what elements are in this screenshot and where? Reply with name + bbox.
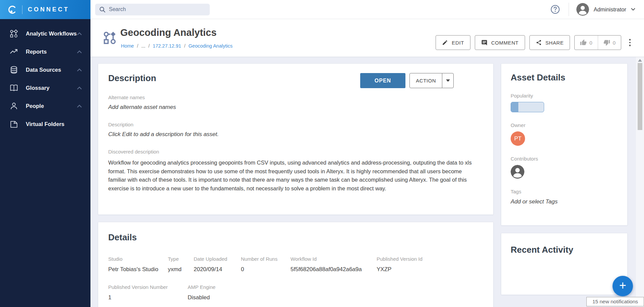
- detail-value: 2020/09/14: [194, 266, 241, 273]
- scrollbar-up-arrow[interactable]: [638, 59, 642, 62]
- detail-field-amp-engine: AMP Engine Disabled: [188, 284, 215, 301]
- chevron-up-icon[interactable]: [77, 50, 82, 53]
- header-actions: EDIT COMMENT SHARE: [431, 35, 634, 50]
- pencil-icon: [442, 40, 448, 46]
- breadcrumb-server[interactable]: 172.27.12.91: [153, 43, 181, 49]
- breadcrumb-separator: /: [137, 43, 138, 49]
- thumbs-up-count: 0: [589, 40, 592, 46]
- detail-label: Number of Runs: [241, 256, 291, 262]
- open-button[interactable]: OPEN: [360, 73, 405, 88]
- details-heading: Details: [108, 232, 483, 243]
- topbar-right: Administrator: [551, 3, 644, 16]
- chevron-up-icon[interactable]: [77, 105, 82, 108]
- detail-label: Type: [168, 256, 194, 262]
- topbar: Administrator: [90, 0, 644, 19]
- sidebar-item-glossary[interactable]: Glossary: [0, 79, 90, 97]
- detail-label: AMP Engine: [188, 284, 215, 290]
- discovered-description-text: Workflow for geocoding analytics process…: [108, 159, 480, 193]
- triangle-down-icon: [446, 79, 450, 82]
- sidebar-nav: Analytic Workflows Reports Data So: [0, 19, 90, 133]
- virtual-folder-icon: [9, 120, 18, 129]
- more-options-button[interactable]: [626, 39, 634, 46]
- sidebar: CONNECT Analytic Workflows Re: [0, 0, 90, 307]
- user-name[interactable]: Administrator: [594, 6, 626, 13]
- recent-activity-card: Recent Activity: [501, 233, 628, 295]
- sidebar-item-label: Glossary: [26, 85, 77, 91]
- detail-field-date-uploaded: Date Uploaded 2020/09/14: [194, 256, 241, 273]
- tags-label: Tags: [511, 189, 618, 194]
- action-button[interactable]: ACTION: [409, 73, 454, 88]
- sidebar-item-label: Data Sources: [26, 67, 77, 73]
- search-box[interactable]: [95, 4, 210, 15]
- trending-up-icon: [9, 47, 18, 56]
- add-asset-fab[interactable]: +: [613, 276, 633, 296]
- popularity-label: Popularity: [511, 93, 618, 99]
- brand-logo[interactable]: CONNECT: [0, 0, 90, 19]
- thumbs-down-button[interactable]: 0: [598, 36, 621, 50]
- asset-header: Geocoding Analytics Home / ... / 172.27.…: [90, 19, 644, 57]
- description-card: Description OPEN ACTION Alternate names …: [98, 63, 494, 215]
- book-icon: [9, 83, 18, 93]
- detail-value: 0: [241, 266, 291, 273]
- action-dropdown-toggle[interactable]: [442, 73, 453, 88]
- comment-button[interactable]: COMMENT: [475, 35, 525, 50]
- detail-label: Date Uploaded: [194, 256, 241, 262]
- detail-value: yxmd: [168, 266, 194, 273]
- sidebar-item-analytic-workflows[interactable]: Analytic Workflows: [0, 24, 90, 43]
- chevron-down-icon[interactable]: [631, 8, 635, 11]
- vote-group: 0 0: [574, 35, 621, 50]
- sidebar-item-reports[interactable]: Reports: [0, 43, 90, 61]
- sidebar-item-data-sources[interactable]: Data Sources: [0, 61, 90, 79]
- detail-value: Petr Tobias's Studio: [108, 266, 168, 273]
- sidebar-item-label: Reports: [26, 49, 77, 55]
- detail-field-number-of-runs: Number of Runs 0: [241, 256, 291, 273]
- brand-name: CONNECT: [28, 6, 69, 13]
- chevron-up-icon[interactable]: [77, 32, 82, 35]
- comment-icon: [481, 40, 488, 46]
- asset-details-card: Asset Details Popularity Owner PT Contri…: [501, 63, 628, 226]
- connect-logo-icon: [7, 5, 17, 15]
- logo-divider: [22, 5, 22, 14]
- page-title: Geocoding Analytics: [120, 27, 216, 38]
- chevron-up-icon[interactable]: [77, 86, 82, 89]
- thumbs-down-icon: [603, 39, 610, 46]
- page-scrollbar[interactable]: [636, 57, 644, 307]
- asset-details-heading: Asset Details: [511, 72, 618, 83]
- notifications-toast[interactable]: 15 new notifications: [586, 297, 644, 306]
- search-input[interactable]: [109, 6, 206, 12]
- detail-field-published-version-number: Published Version Number 1: [108, 284, 188, 301]
- owner-label: Owner: [511, 122, 618, 128]
- help-icon[interactable]: [551, 5, 560, 14]
- owner-avatar[interactable]: PT: [511, 131, 525, 146]
- breadcrumb-current[interactable]: Geocoding Analytics: [189, 43, 233, 49]
- user-avatar[interactable]: [576, 3, 589, 16]
- sidebar-item-label: People: [26, 103, 77, 109]
- thumbs-up-button[interactable]: 0: [575, 36, 597, 50]
- contributor-avatar[interactable]: [511, 165, 524, 179]
- tags-placeholder[interactable]: Add or select Tags: [511, 198, 618, 205]
- breadcrumb-ellipsis[interactable]: ...: [141, 43, 145, 49]
- alternate-names-placeholder[interactable]: Add alternate asset names: [108, 104, 483, 111]
- share-icon: [536, 40, 542, 46]
- detail-field-studio: Studio Petr Tobias's Studio: [108, 256, 168, 273]
- detail-value: Disabled: [188, 294, 215, 301]
- sidebar-item-virtual-folders[interactable]: Virtual Folders: [0, 115, 90, 133]
- breadcrumb-home[interactable]: Home: [121, 43, 134, 49]
- details-card: Details Studio Petr Tobias's Studio Type…: [98, 222, 494, 307]
- thumbs-down-count: 0: [613, 40, 616, 46]
- workflow-icon: [9, 29, 18, 38]
- scrollbar-thumb[interactable]: [638, 63, 642, 130]
- edit-button-label: EDIT: [452, 40, 464, 46]
- share-button[interactable]: SHARE: [529, 35, 570, 50]
- comment-button-label: COMMENT: [491, 40, 519, 46]
- description-placeholder[interactable]: Click Edit to add a description for this…: [108, 131, 483, 138]
- detail-label: Published Version Id: [377, 256, 423, 262]
- popularity-fill: [511, 102, 518, 112]
- sidebar-item-people[interactable]: People: [0, 97, 90, 115]
- detail-field-published-version-id: Published Version Id YXZP: [377, 256, 423, 273]
- connect-app: CONNECT Analytic Workflows Re: [0, 0, 644, 307]
- detail-label: Studio: [108, 256, 168, 262]
- chevron-up-icon[interactable]: [77, 68, 82, 71]
- discovered-description-label: Discovered description: [108, 149, 483, 155]
- edit-button[interactable]: EDIT: [436, 35, 470, 50]
